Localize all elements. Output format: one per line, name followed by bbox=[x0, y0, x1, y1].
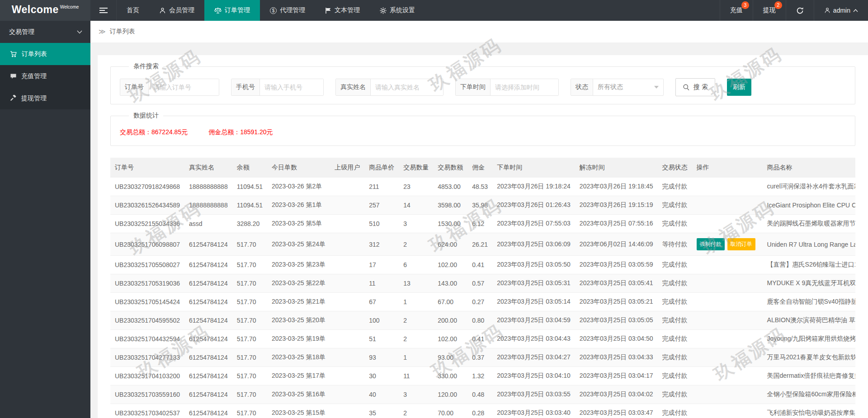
cell-real-name: 18888888888 bbox=[184, 196, 232, 215]
cell-unit-price: 93 bbox=[364, 348, 399, 367]
cell-trade-qty: 1 bbox=[399, 348, 433, 367]
column-header: 订单号 bbox=[110, 158, 184, 178]
cell-unit-price: 11 bbox=[364, 274, 399, 293]
cell-unfreeze-time: 2023年03月25日 07:55:16 bbox=[575, 215, 658, 233]
cell-unfreeze-time: 2023年06月02日 14:46:09 bbox=[575, 233, 658, 256]
stats-legend: 数据统计 bbox=[129, 112, 163, 120]
withdraw-badge: 2 bbox=[774, 1, 782, 9]
order-no-input[interactable] bbox=[149, 79, 219, 95]
cell-balance: 11094.51 bbox=[232, 178, 267, 196]
table-body: UB23032709182498681888888888811094.51202… bbox=[110, 178, 855, 418]
real-name-input[interactable] bbox=[371, 79, 443, 95]
withdraw-notice-button[interactable]: 提现 2 bbox=[753, 0, 786, 21]
order-time-input[interactable] bbox=[491, 79, 558, 95]
nav-item-settings[interactable]: 系统设置 bbox=[370, 0, 425, 21]
sidebar-item-recharge[interactable]: 充值管理 bbox=[0, 65, 90, 87]
cell-real-name: 61254784124 bbox=[184, 274, 232, 293]
order-list-card: 条件搜索 订单号 手机号 真实姓名 下单时间 bbox=[98, 55, 868, 418]
order-time-group: 下单时间 bbox=[455, 79, 559, 96]
status-select[interactable]: 所有状态 bbox=[593, 79, 663, 95]
cell-order-no: UB2303251704595502 bbox=[110, 311, 184, 330]
cell-order-no: UB2303270918249868 bbox=[110, 178, 184, 196]
user-menu[interactable]: admin bbox=[814, 0, 868, 21]
cell-today-count: 2023-03-25 第5单 bbox=[267, 215, 330, 233]
cell-real-name: 61254784124 bbox=[184, 330, 232, 348]
cell-commission: 0.28 bbox=[467, 404, 492, 418]
cell-commission: 0.48 bbox=[467, 385, 492, 404]
cell-actions bbox=[692, 330, 763, 348]
refresh-button[interactable]: 刷新 bbox=[727, 79, 751, 96]
main-nav: 首页 会员管理 订单管理 $ 代理管理 文本管理 系统设置 bbox=[117, 0, 425, 21]
cell-trade-amount: 3598.00 bbox=[433, 196, 467, 215]
column-header: 商品名称 bbox=[763, 158, 855, 178]
cell-balance: 517.70 bbox=[232, 293, 267, 311]
cell-commission: 48.53 bbox=[467, 178, 492, 196]
cell-trade-qty: 13 bbox=[399, 274, 433, 293]
table-row: UB230325170355916061254784124517.702023-… bbox=[110, 385, 855, 404]
scales-icon bbox=[214, 7, 222, 14]
table-row: UB230325170410320061254784124517.702023-… bbox=[110, 367, 855, 385]
cell-status: 完成付款 bbox=[658, 330, 692, 348]
nav-label: 系统设置 bbox=[390, 6, 415, 14]
nav-item-agents[interactable]: $ 代理管理 bbox=[260, 0, 315, 21]
sidebar-item-order-list[interactable]: 订单列表 bbox=[0, 43, 90, 65]
cell-actions bbox=[692, 178, 763, 196]
sidebar-group-trade[interactable]: 交易管理 bbox=[0, 21, 90, 43]
real-name-group: 真实姓名 bbox=[335, 79, 443, 96]
cell-product-name: IceGiant Prosiphon Elite CPU Cooler bbox=[763, 196, 855, 215]
cell-today-count: 2023-03-25 第17单 bbox=[267, 367, 330, 385]
cell-order-no: UB2303251704103200 bbox=[110, 367, 184, 385]
table-row: UB23032615264345891888888888811094.51202… bbox=[110, 196, 855, 215]
hamburger-icon bbox=[99, 7, 108, 14]
sidebar-item-withdraw[interactable]: 提现管理 bbox=[0, 87, 90, 109]
cell-order-time: 2023年03月25日 03:05:50 bbox=[492, 256, 575, 274]
cell-status: 完成付款 bbox=[658, 215, 692, 233]
force-pay-button[interactable]: 强制付款 bbox=[697, 238, 725, 250]
nav-item-orders[interactable]: 订单管理 bbox=[204, 0, 260, 21]
stats-fieldset: 数据统计 交易总额：867224.85元 佣金总额：18591.20元 bbox=[110, 112, 855, 146]
cell-actions bbox=[692, 367, 763, 385]
real-name-label: 真实姓名 bbox=[336, 79, 371, 95]
column-header: 交易数额 bbox=[433, 158, 467, 178]
top-header: Welcome Welcome 首页 会员管理 订单管理 $ 代理管理 文本管理… bbox=[0, 0, 868, 21]
cell-balance: 517.70 bbox=[232, 330, 267, 348]
search-button[interactable]: 搜 索 bbox=[675, 78, 715, 96]
cell-today-count: 2023-03-25 第15单 bbox=[267, 404, 330, 418]
phone-input[interactable] bbox=[260, 79, 323, 95]
cell-commission: 1.32 bbox=[467, 367, 492, 385]
commission-total: 佣金总额：18591.20元 bbox=[208, 128, 273, 136]
nav-item-home[interactable]: 首页 bbox=[117, 0, 149, 21]
cell-trade-amount: 70.00 bbox=[433, 404, 467, 418]
cell-trade-amount: 67.00 bbox=[433, 293, 467, 311]
cell-order-time: 2023年03月26日 19:18:24 bbox=[492, 178, 575, 196]
cart-icon bbox=[10, 51, 17, 57]
table-row: UB230325170427713361254784124517.702023-… bbox=[110, 348, 855, 367]
cell-actions bbox=[692, 196, 763, 215]
refresh-page-button[interactable] bbox=[786, 0, 814, 21]
cell-unit-price: 257 bbox=[364, 196, 399, 215]
nav-label: 会员管理 bbox=[169, 6, 194, 14]
dollar-icon: $ bbox=[270, 7, 277, 14]
cell-today-count: 2023-03-25 第23单 bbox=[267, 256, 330, 274]
cell-product-name: Joyoung/九阳烤箱家用烘焙烧烤箱多功能全 bbox=[763, 330, 855, 348]
cell-trade-qty: 2 bbox=[399, 233, 433, 256]
nav-item-members[interactable]: 会员管理 bbox=[149, 0, 204, 21]
cell-status: 完成付款 bbox=[658, 256, 692, 274]
cell-actions: 强制付款取消订单 bbox=[692, 233, 763, 256]
chevron-up-icon bbox=[853, 9, 858, 12]
sidebar-toggle-button[interactable] bbox=[90, 0, 117, 21]
cell-real-name: 61254784124 bbox=[184, 256, 232, 274]
cell-unit-price: 510 bbox=[364, 215, 399, 233]
cell-order-no: UB2303251706098807 bbox=[110, 233, 184, 256]
cell-commission: 26.21 bbox=[467, 233, 492, 256]
nav-item-text[interactable]: 文本管理 bbox=[315, 0, 370, 21]
cancel-order-button[interactable]: 取消订单 bbox=[727, 238, 755, 250]
cell-status: 完成付款 bbox=[658, 293, 692, 311]
cell-unit-price: 100 bbox=[364, 311, 399, 330]
table-row: UB2303252155034336assd3288.202023-03-25 … bbox=[110, 215, 855, 233]
column-header: 操作 bbox=[692, 158, 763, 178]
cell-order-time: 2023年03月25日 03:04:43 bbox=[492, 330, 575, 348]
search-fieldset: 条件搜索 订单号 手机号 真实姓名 下单时间 bbox=[110, 62, 855, 104]
recharge-notice-button[interactable]: 充值 3 bbox=[720, 0, 753, 21]
cell-trade-qty: 3 bbox=[399, 385, 433, 404]
